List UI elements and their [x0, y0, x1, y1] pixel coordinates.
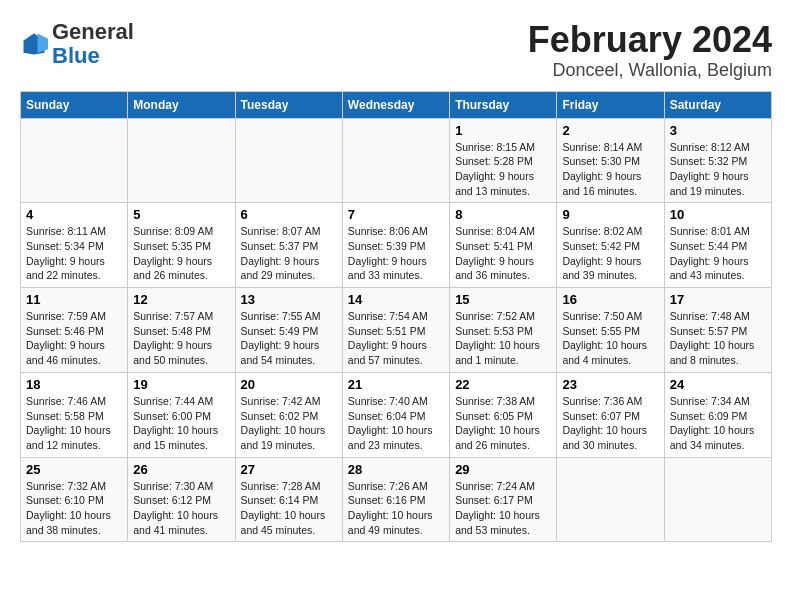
- day-number: 27: [241, 462, 337, 477]
- calendar-cell: [664, 457, 771, 542]
- day-number: 21: [348, 377, 444, 392]
- calendar-cell: 3Sunrise: 8:12 AM Sunset: 5:32 PM Daylig…: [664, 118, 771, 203]
- day-info: Sunrise: 8:15 AM Sunset: 5:28 PM Dayligh…: [455, 140, 551, 199]
- header-sunday: Sunday: [21, 91, 128, 118]
- day-info: Sunrise: 7:36 AM Sunset: 6:07 PM Dayligh…: [562, 394, 658, 453]
- calendar-cell: 14Sunrise: 7:54 AM Sunset: 5:51 PM Dayli…: [342, 288, 449, 373]
- header-friday: Friday: [557, 91, 664, 118]
- header-thursday: Thursday: [450, 91, 557, 118]
- day-info: Sunrise: 7:32 AM Sunset: 6:10 PM Dayligh…: [26, 479, 122, 538]
- logo-icon: [20, 30, 48, 58]
- day-info: Sunrise: 8:01 AM Sunset: 5:44 PM Dayligh…: [670, 224, 766, 283]
- header-saturday: Saturday: [664, 91, 771, 118]
- day-info: Sunrise: 8:02 AM Sunset: 5:42 PM Dayligh…: [562, 224, 658, 283]
- day-info: Sunrise: 7:30 AM Sunset: 6:12 PM Dayligh…: [133, 479, 229, 538]
- calendar-week-row: 1Sunrise: 8:15 AM Sunset: 5:28 PM Daylig…: [21, 118, 772, 203]
- day-number: 1: [455, 123, 551, 138]
- day-info: Sunrise: 7:26 AM Sunset: 6:16 PM Dayligh…: [348, 479, 444, 538]
- day-info: Sunrise: 8:09 AM Sunset: 5:35 PM Dayligh…: [133, 224, 229, 283]
- calendar-cell: 10Sunrise: 8:01 AM Sunset: 5:44 PM Dayli…: [664, 203, 771, 288]
- day-number: 6: [241, 207, 337, 222]
- calendar-cell: 2Sunrise: 8:14 AM Sunset: 5:30 PM Daylig…: [557, 118, 664, 203]
- calendar-cell: [557, 457, 664, 542]
- calendar-cell: 21Sunrise: 7:40 AM Sunset: 6:04 PM Dayli…: [342, 372, 449, 457]
- day-number: 29: [455, 462, 551, 477]
- calendar-cell: 15Sunrise: 7:52 AM Sunset: 5:53 PM Dayli…: [450, 288, 557, 373]
- day-info: Sunrise: 8:11 AM Sunset: 5:34 PM Dayligh…: [26, 224, 122, 283]
- calendar-cell: [342, 118, 449, 203]
- day-info: Sunrise: 7:38 AM Sunset: 6:05 PM Dayligh…: [455, 394, 551, 453]
- calendar-cell: 7Sunrise: 8:06 AM Sunset: 5:39 PM Daylig…: [342, 203, 449, 288]
- calendar-week-row: 25Sunrise: 7:32 AM Sunset: 6:10 PM Dayli…: [21, 457, 772, 542]
- day-number: 14: [348, 292, 444, 307]
- calendar-cell: 8Sunrise: 8:04 AM Sunset: 5:41 PM Daylig…: [450, 203, 557, 288]
- calendar-cell: 16Sunrise: 7:50 AM Sunset: 5:55 PM Dayli…: [557, 288, 664, 373]
- day-info: Sunrise: 7:59 AM Sunset: 5:46 PM Dayligh…: [26, 309, 122, 368]
- page-subtitle: Donceel, Wallonia, Belgium: [528, 60, 772, 81]
- day-info: Sunrise: 8:04 AM Sunset: 5:41 PM Dayligh…: [455, 224, 551, 283]
- day-number: 11: [26, 292, 122, 307]
- calendar-cell: 13Sunrise: 7:55 AM Sunset: 5:49 PM Dayli…: [235, 288, 342, 373]
- day-number: 16: [562, 292, 658, 307]
- day-number: 20: [241, 377, 337, 392]
- day-info: Sunrise: 7:42 AM Sunset: 6:02 PM Dayligh…: [241, 394, 337, 453]
- day-info: Sunrise: 7:46 AM Sunset: 5:58 PM Dayligh…: [26, 394, 122, 453]
- calendar-cell: 17Sunrise: 7:48 AM Sunset: 5:57 PM Dayli…: [664, 288, 771, 373]
- day-info: Sunrise: 7:40 AM Sunset: 6:04 PM Dayligh…: [348, 394, 444, 453]
- calendar-week-row: 11Sunrise: 7:59 AM Sunset: 5:46 PM Dayli…: [21, 288, 772, 373]
- calendar-cell: [128, 118, 235, 203]
- calendar-cell: 1Sunrise: 8:15 AM Sunset: 5:28 PM Daylig…: [450, 118, 557, 203]
- day-info: Sunrise: 7:57 AM Sunset: 5:48 PM Dayligh…: [133, 309, 229, 368]
- header: General Blue February 2024 Donceel, Wall…: [20, 20, 772, 81]
- day-number: 25: [26, 462, 122, 477]
- calendar-cell: 25Sunrise: 7:32 AM Sunset: 6:10 PM Dayli…: [21, 457, 128, 542]
- calendar-cell: [21, 118, 128, 203]
- day-number: 9: [562, 207, 658, 222]
- day-info: Sunrise: 7:28 AM Sunset: 6:14 PM Dayligh…: [241, 479, 337, 538]
- day-number: 28: [348, 462, 444, 477]
- day-info: Sunrise: 7:48 AM Sunset: 5:57 PM Dayligh…: [670, 309, 766, 368]
- day-number: 26: [133, 462, 229, 477]
- day-info: Sunrise: 7:50 AM Sunset: 5:55 PM Dayligh…: [562, 309, 658, 368]
- calendar-cell: 28Sunrise: 7:26 AM Sunset: 6:16 PM Dayli…: [342, 457, 449, 542]
- day-number: 5: [133, 207, 229, 222]
- calendar-cell: [235, 118, 342, 203]
- calendar-cell: 18Sunrise: 7:46 AM Sunset: 5:58 PM Dayli…: [21, 372, 128, 457]
- calendar-cell: 22Sunrise: 7:38 AM Sunset: 6:05 PM Dayli…: [450, 372, 557, 457]
- calendar-week-row: 4Sunrise: 8:11 AM Sunset: 5:34 PM Daylig…: [21, 203, 772, 288]
- logo-blue-text: Blue: [52, 43, 100, 68]
- calendar-week-row: 18Sunrise: 7:46 AM Sunset: 5:58 PM Dayli…: [21, 372, 772, 457]
- day-number: 2: [562, 123, 658, 138]
- header-monday: Monday: [128, 91, 235, 118]
- header-tuesday: Tuesday: [235, 91, 342, 118]
- day-info: Sunrise: 7:44 AM Sunset: 6:00 PM Dayligh…: [133, 394, 229, 453]
- day-info: Sunrise: 7:55 AM Sunset: 5:49 PM Dayligh…: [241, 309, 337, 368]
- calendar-cell: 29Sunrise: 7:24 AM Sunset: 6:17 PM Dayli…: [450, 457, 557, 542]
- calendar-cell: 12Sunrise: 7:57 AM Sunset: 5:48 PM Dayli…: [128, 288, 235, 373]
- calendar-cell: 24Sunrise: 7:34 AM Sunset: 6:09 PM Dayli…: [664, 372, 771, 457]
- calendar-cell: 6Sunrise: 8:07 AM Sunset: 5:37 PM Daylig…: [235, 203, 342, 288]
- day-number: 15: [455, 292, 551, 307]
- calendar-cell: 26Sunrise: 7:30 AM Sunset: 6:12 PM Dayli…: [128, 457, 235, 542]
- logo-general-text: General: [52, 19, 134, 44]
- page-title: February 2024: [528, 20, 772, 60]
- calendar-cell: 20Sunrise: 7:42 AM Sunset: 6:02 PM Dayli…: [235, 372, 342, 457]
- day-number: 3: [670, 123, 766, 138]
- calendar-header-row: SundayMondayTuesdayWednesdayThursdayFrid…: [21, 91, 772, 118]
- header-wednesday: Wednesday: [342, 91, 449, 118]
- calendar-cell: 19Sunrise: 7:44 AM Sunset: 6:00 PM Dayli…: [128, 372, 235, 457]
- day-info: Sunrise: 8:12 AM Sunset: 5:32 PM Dayligh…: [670, 140, 766, 199]
- calendar-cell: 27Sunrise: 7:28 AM Sunset: 6:14 PM Dayli…: [235, 457, 342, 542]
- calendar-cell: 4Sunrise: 8:11 AM Sunset: 5:34 PM Daylig…: [21, 203, 128, 288]
- day-info: Sunrise: 7:52 AM Sunset: 5:53 PM Dayligh…: [455, 309, 551, 368]
- day-number: 13: [241, 292, 337, 307]
- day-info: Sunrise: 7:54 AM Sunset: 5:51 PM Dayligh…: [348, 309, 444, 368]
- calendar-table: SundayMondayTuesdayWednesdayThursdayFrid…: [20, 91, 772, 543]
- day-info: Sunrise: 8:06 AM Sunset: 5:39 PM Dayligh…: [348, 224, 444, 283]
- calendar-cell: 11Sunrise: 7:59 AM Sunset: 5:46 PM Dayli…: [21, 288, 128, 373]
- calendar-cell: 5Sunrise: 8:09 AM Sunset: 5:35 PM Daylig…: [128, 203, 235, 288]
- day-number: 17: [670, 292, 766, 307]
- day-number: 19: [133, 377, 229, 392]
- day-number: 4: [26, 207, 122, 222]
- day-number: 24: [670, 377, 766, 392]
